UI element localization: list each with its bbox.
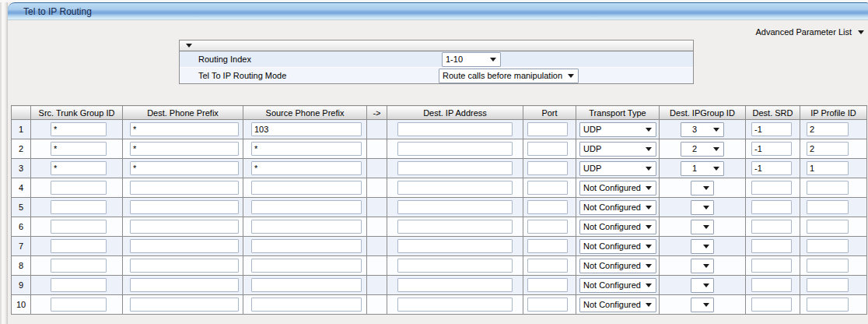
row-index-cell: 7 (12, 237, 31, 256)
ip-profile-id-input[interactable] (807, 122, 849, 136)
dest-ipgroup-id-select[interactable] (691, 220, 714, 234)
ip-profile-id-cell (800, 120, 867, 139)
dest-ip-address-input[interactable] (397, 161, 513, 175)
src-trunk-group-id-input[interactable] (51, 220, 107, 234)
source-phone-prefix-input[interactable] (251, 278, 362, 292)
ip-profile-id-input[interactable] (807, 181, 849, 195)
port-input[interactable] (527, 220, 568, 234)
source-phone-prefix-input[interactable] (251, 259, 362, 273)
dest-srd-input[interactable] (751, 239, 792, 253)
src-trunk-group-id-input[interactable] (51, 161, 107, 175)
src-trunk-group-id-input[interactable] (51, 142, 107, 156)
tel-to-ip-routing-mode-select[interactable]: Route calls before manipulation (439, 69, 579, 83)
ip-profile-id-input[interactable] (807, 200, 849, 214)
dest-srd-input[interactable] (751, 181, 792, 195)
advanced-parameter-list-button[interactable]: Advanced Parameter List (755, 26, 864, 37)
dest-ip-address-input[interactable] (397, 181, 513, 195)
dest-phone-prefix-input[interactable] (130, 259, 239, 273)
transport-type-select[interactable]: UDP (579, 161, 656, 176)
dest-phone-prefix-input[interactable] (130, 161, 239, 175)
port-input[interactable] (527, 298, 568, 312)
dest-ip-address-input[interactable] (397, 259, 513, 273)
dest-ipgroup-id-select[interactable] (691, 278, 714, 293)
ip-profile-id-input[interactable] (807, 161, 849, 175)
port-input[interactable] (527, 278, 568, 292)
dest-srd-input[interactable] (751, 122, 792, 136)
dest-phone-prefix-input[interactable] (130, 122, 239, 136)
dest-ipgroup-id-select[interactable] (691, 200, 714, 215)
dest-srd-cell (746, 295, 800, 315)
dest-srd-input[interactable] (751, 220, 792, 234)
src-trunk-group-id-input[interactable] (51, 122, 107, 136)
port-input[interactable] (527, 259, 568, 273)
source-phone-prefix-input[interactable] (251, 220, 362, 234)
port-input[interactable] (527, 122, 568, 136)
dest-phone-prefix-input[interactable] (130, 278, 239, 292)
transport-type-select[interactable]: Not Configured (579, 200, 656, 215)
dest-srd-input[interactable] (751, 142, 792, 156)
source-phone-prefix-input[interactable] (251, 142, 362, 156)
source-phone-prefix-input[interactable] (251, 181, 362, 195)
transport-type-select[interactable]: Not Configured (579, 239, 656, 254)
ip-profile-id-input[interactable] (807, 259, 849, 273)
source-phone-prefix-input[interactable] (251, 200, 362, 214)
dest-srd-input[interactable] (751, 161, 792, 175)
dest-phone-prefix-input[interactable] (130, 239, 239, 253)
port-input[interactable] (527, 142, 568, 156)
dest-phone-prefix-input[interactable] (130, 181, 239, 195)
src-trunk-group-id-input[interactable] (51, 298, 107, 312)
dest-ipgroup-id-select[interactable] (691, 259, 714, 273)
dest-srd-input[interactable] (751, 278, 792, 292)
dest-ipgroup-id-select[interactable]: 1 (681, 161, 724, 176)
dest-ip-address-input[interactable] (397, 122, 513, 136)
ip-profile-id-input[interactable] (807, 298, 849, 312)
ip-profile-id-input[interactable] (807, 278, 849, 292)
port-input[interactable] (527, 200, 568, 214)
dest-ip-address-input[interactable] (397, 278, 513, 292)
panel-collapse-strip[interactable] (180, 40, 693, 51)
source-phone-prefix-input[interactable] (251, 239, 362, 253)
source-phone-prefix-input[interactable] (251, 298, 362, 312)
dest-ipgroup-id-select[interactable] (691, 298, 714, 312)
transport-type-select[interactable]: UDP (579, 122, 656, 137)
transport-type-select[interactable]: Not Configured (579, 220, 656, 234)
transport-type-select[interactable]: Not Configured (579, 298, 656, 312)
dest-ip-address-input[interactable] (397, 142, 513, 156)
dest-ipgroup-id-select[interactable]: 2 (681, 142, 724, 157)
source-phone-prefix-input[interactable] (251, 161, 362, 175)
dest-ip-address-input[interactable] (397, 220, 513, 234)
src-trunk-group-id-input[interactable] (51, 278, 107, 292)
dest-phone-prefix-input[interactable] (130, 220, 239, 234)
src-trunk-group-id-input[interactable] (51, 200, 107, 214)
routing-index-select[interactable]: 1-10 (442, 52, 501, 67)
row-index-cell: 3 (12, 159, 31, 178)
dest-phone-prefix-input[interactable] (130, 298, 239, 312)
dest-ipgroup-id-select[interactable]: 3 (681, 122, 724, 137)
port-input[interactable] (527, 181, 568, 195)
src-trunk-group-id-input[interactable] (51, 239, 107, 253)
transport-type-select[interactable]: Not Configured (579, 278, 656, 293)
dest-srd-input[interactable] (751, 259, 792, 273)
dest-ip-address-input[interactable] (397, 298, 513, 312)
ip-profile-id-input[interactable] (807, 239, 849, 253)
ip-profile-id-cell (800, 178, 867, 198)
dest-ipgroup-id-cell: 3 (660, 120, 746, 139)
dest-ip-address-input[interactable] (397, 239, 513, 253)
source-phone-prefix-input[interactable] (251, 122, 362, 136)
dest-ipgroup-id-select[interactable] (691, 181, 714, 195)
dest-ipgroup-id-select[interactable] (691, 239, 714, 254)
port-input[interactable] (527, 161, 568, 175)
ip-profile-id-input[interactable] (807, 220, 849, 234)
src-trunk-group-id-input[interactable] (51, 259, 107, 273)
dest-srd-input[interactable] (751, 200, 792, 214)
dest-srd-input[interactable] (751, 298, 792, 312)
transport-type-select[interactable]: Not Configured (579, 259, 656, 273)
port-input[interactable] (527, 239, 568, 253)
dest-ip-address-input[interactable] (397, 200, 513, 214)
src-trunk-group-id-input[interactable] (51, 181, 107, 195)
dest-phone-prefix-input[interactable] (130, 200, 239, 214)
dest-phone-prefix-input[interactable] (130, 142, 239, 156)
transport-type-select[interactable]: UDP (579, 142, 656, 157)
ip-profile-id-input[interactable] (807, 142, 849, 156)
transport-type-select[interactable]: Not Configured (579, 181, 656, 195)
